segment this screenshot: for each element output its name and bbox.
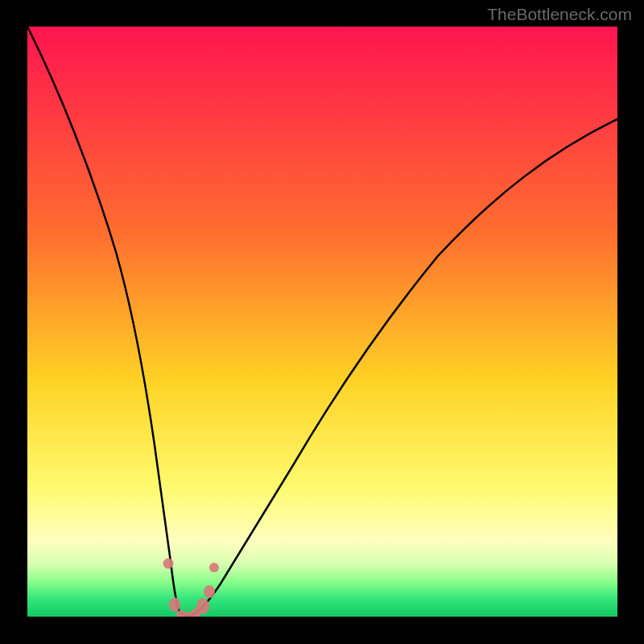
chart-container: TheBottleneck.com [0, 0, 644, 644]
svg-point-7 [209, 563, 219, 572]
chart-svg [27, 27, 617, 617]
svg-point-5 [196, 598, 209, 614]
svg-point-6 [204, 585, 215, 598]
svg-point-0 [163, 559, 174, 569]
svg-point-1 [169, 597, 180, 612]
watermark-text: TheBottleneck.com [487, 5, 632, 24]
chart-plot-area [27, 27, 617, 617]
gradient-background [27, 27, 617, 617]
